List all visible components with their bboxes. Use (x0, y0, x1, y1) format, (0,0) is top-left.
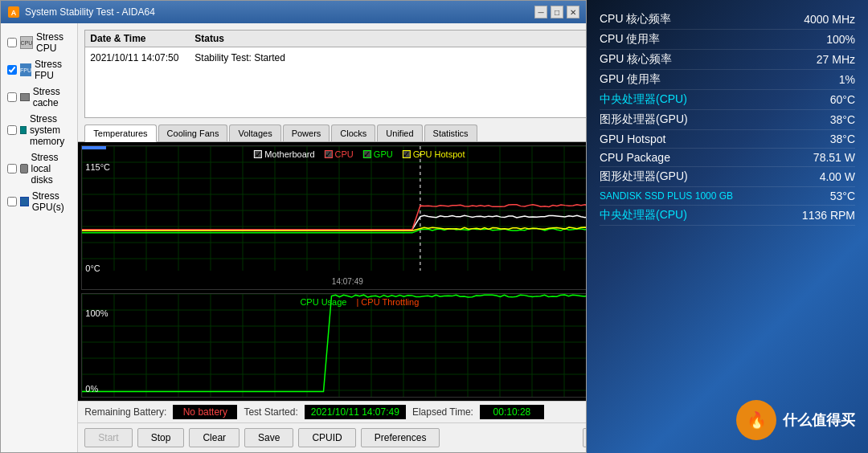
minimize-button[interactable]: ─ (534, 6, 547, 18)
ssd-temp-value: 53°C (830, 190, 855, 202)
fpu-icon: FPU (20, 63, 31, 76)
cpu-freq-label: CPU 核心频率 (600, 12, 671, 27)
sidebar-item-stress-cache[interactable]: Stress cache (4, 84, 74, 110)
info-row-cpu-usage: CPU 使用率 100% (600, 30, 855, 50)
gpu-freq-label: GPU 核心频率 (600, 52, 672, 67)
sidebar: CPU Stress CPU FPU Stress FPU Stress cac… (1, 23, 78, 452)
cpu-throttling-label: | CPU Throttling (356, 297, 419, 307)
sidebar-item-stress-gpu[interactable]: Stress GPU(s) (4, 189, 74, 214)
watermark: 🔥 什么值得买 (736, 400, 855, 440)
log-body: 2021/10/11 14:07:50 Stability Test: Star… (85, 47, 586, 68)
legend-gpu: ✓ GPU (363, 149, 393, 159)
tab-powers[interactable]: Powers (283, 124, 330, 141)
stress-fpu-label: Stress FPU (35, 59, 71, 81)
stress-disks-checkbox[interactable] (7, 164, 17, 173)
sidebar-item-stress-memory[interactable]: Stress system memory (4, 112, 74, 149)
tab-clocks[interactable]: Clocks (331, 124, 375, 141)
test-started-value: 2021/10/11 14:07:49 (305, 405, 406, 419)
tab-temperatures[interactable]: Temperatures (84, 124, 156, 142)
stress-memory-checkbox[interactable] (7, 125, 17, 135)
gpu-icon (20, 197, 29, 206)
cpu-fan-label: 中央处理器(CPU) (600, 208, 687, 222)
start-button[interactable]: Start (84, 428, 132, 447)
stress-gpu-checkbox[interactable] (7, 197, 17, 206)
preferences-button[interactable]: Preferences (361, 428, 440, 447)
gpu-hotspot-info-value: 38°C (830, 133, 855, 145)
tab-statistics[interactable]: Statistics (424, 124, 477, 141)
cpu-top-label: 100% (85, 308, 108, 318)
tab-cooling-fans[interactable]: Cooling Fans (158, 124, 228, 141)
cpu-icon: CPU (20, 36, 33, 49)
stop-button[interactable]: Stop (137, 428, 185, 447)
info-row-gpu-power: 图形处理器(GPU) 4.00 W (600, 167, 855, 187)
maximize-button[interactable]: □ (551, 6, 563, 18)
cpu-check: ✓ (325, 150, 333, 158)
title-bar: A System Stability Test - AIDA64 ─ □ ✕ (1, 1, 586, 23)
temp-y-bottom: 0°C (85, 263, 100, 273)
save-button[interactable]: Save (244, 428, 293, 447)
main-window: A System Stability Test - AIDA64 ─ □ ✕ C… (0, 0, 587, 453)
cpu-temp-label: 中央处理器(CPU) (600, 92, 687, 107)
sidebar-item-stress-disks[interactable]: Stress local disks (4, 150, 74, 187)
cpu-package-value: 78.51 W (813, 151, 855, 164)
stress-cpu-checkbox[interactable] (7, 38, 17, 47)
info-row-cpu-freq: CPU 核心频率 4000 MHz (600, 10, 855, 30)
right-pane: Date & Time Status 2021/10/11 14:07:50 S… (78, 23, 586, 452)
gpu-usage-label: GPU 使用率 (600, 72, 661, 87)
gpu-temp-value: 38°C (830, 113, 855, 126)
gpu-power-value: 4.00 W (820, 170, 855, 183)
cpu-freq-value: 4000 MHz (804, 13, 855, 26)
battery-label: Remaining Battery: (84, 406, 166, 418)
cpu-temp-value: 60°C (830, 93, 855, 106)
stress-memory-label: Stress system memory (30, 113, 71, 147)
info-row-cpu-fan: 中央处理器(CPU) 1136 RPM (600, 206, 855, 226)
cache-icon (20, 93, 30, 101)
gpu-legend-label: GPU (374, 149, 393, 159)
test-started-label: Test Started: (244, 406, 297, 418)
cpu-legend-label: CPU (335, 149, 354, 159)
close-button[interactable]: ✕ (567, 6, 579, 18)
log-datetime: 2021/10/11 14:07:50 (90, 52, 194, 63)
elapsed-label: Elapsed Time: (412, 406, 473, 418)
status-bar: Remaining Battery: No battery Test Start… (78, 401, 586, 422)
log-col-status: Status (194, 33, 586, 44)
cpu-canvas (82, 294, 586, 397)
legend-motherboard: ✓ Motherboard (254, 149, 314, 159)
clear-button[interactable]: Clear (189, 428, 240, 447)
stress-gpu-label: Stress GPU(s) (32, 190, 72, 213)
motherboard-check: ✓ (254, 150, 262, 158)
sidebar-item-stress-cpu[interactable]: CPU Stress CPU (4, 30, 74, 55)
info-row-cpu-temp: 中央处理器(CPU) 60°C (600, 90, 855, 110)
gpu-hotspot-info-label: GPU Hotspot (600, 133, 665, 145)
ram-icon (20, 126, 27, 134)
gpu-freq-value: 27 MHz (817, 53, 855, 66)
watermark-logo: 🔥 (736, 400, 776, 440)
tab-unified[interactable]: Unified (377, 124, 422, 141)
watermark-text: 什么值得买 (783, 410, 855, 430)
motherboard-label: Motherboard (264, 149, 314, 159)
hdd-icon (20, 164, 28, 173)
tabs: Temperatures Cooling Fans Voltages Power… (78, 124, 586, 142)
stress-cache-checkbox[interactable] (7, 92, 17, 102)
stress-disks-label: Stress local disks (31, 152, 72, 186)
window-title: System Stability Test - AIDA64 (25, 6, 155, 18)
gpu-hotspot-check: ✓ (403, 150, 411, 158)
info-panel: CPU 核心频率 4000 MHz CPU 使用率 100% GPU 核心频率 … (587, 0, 868, 453)
cpuid-button[interactable]: CPUID (298, 428, 355, 447)
window-controls: ─ □ ✕ (534, 6, 579, 18)
log-header: Date & Time Status (85, 31, 586, 47)
close-button[interactable]: Close (583, 428, 586, 447)
charts-area: ✓ Motherboard ✓ CPU ✓ GPU ✓ (78, 142, 586, 401)
info-row-cpu-package: CPU Package 78.51 W (600, 149, 855, 167)
info-row-gpu-hotspot: GPU Hotspot 38°C (600, 130, 855, 149)
log-col-datetime: Date & Time (90, 33, 194, 44)
stress-fpu-checkbox[interactable] (7, 65, 17, 75)
button-bar: Start Stop Clear Save CPUID Preferences … (78, 422, 586, 452)
elapsed-value: 00:10:28 (480, 405, 544, 419)
cpu-usage-chart: CPU Usage | CPU Throttling 100% 0% 100% … (81, 293, 586, 398)
tab-voltages[interactable]: Voltages (229, 124, 280, 141)
gpu-power-label: 图形处理器(GPU) (600, 169, 688, 184)
cpu-usage-label: CPU Usage (300, 297, 346, 307)
cpu-bottom-label: 0% (85, 384, 98, 394)
sidebar-item-stress-fpu[interactable]: FPU Stress FPU (4, 57, 74, 83)
